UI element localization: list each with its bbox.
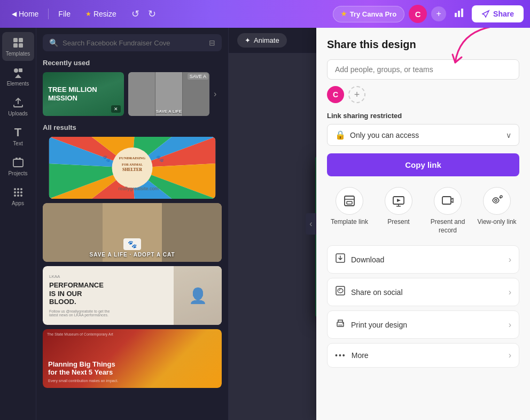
search-container: 🔍 ⊟ <box>43 34 222 51</box>
access-option-label: Only you can access <box>350 131 419 139</box>
text-icon: T <box>14 126 21 139</box>
svg-rect-45 <box>347 201 352 204</box>
add-collaborator-button[interactable]: + <box>431 6 446 21</box>
svg-rect-10 <box>13 159 23 167</box>
svg-text:🐾: 🐾 <box>156 154 164 162</box>
svg-rect-4 <box>19 38 23 42</box>
share-button[interactable]: Share <box>472 5 524 22</box>
resize-button[interactable]: ★ Resize <box>80 6 122 21</box>
download-item[interactable]: Download › <box>327 245 519 274</box>
animate-icon: ✦ <box>245 36 251 44</box>
svg-point-17 <box>17 191 19 193</box>
scroll-right-arrow[interactable]: › <box>214 72 216 116</box>
view-only-icon <box>483 187 511 215</box>
svg-rect-55 <box>338 324 342 326</box>
svg-rect-5 <box>13 43 18 48</box>
elements-label: Elements <box>7 81 29 87</box>
crown-icon: ★ <box>85 10 91 18</box>
uploads-icon <box>12 96 24 109</box>
svg-rect-6 <box>19 43 23 48</box>
action-view-only[interactable]: View-only link <box>474 187 519 235</box>
share-panel: Share this design C + Link sharing restr… <box>316 28 530 420</box>
search-input[interactable] <box>63 39 205 47</box>
resize-label: Resize <box>93 10 116 18</box>
svg-text:FOR ANIMAL: FOR ANIMAL <box>122 163 143 166</box>
filter-icon[interactable]: ⊟ <box>209 38 215 47</box>
svg-point-15 <box>20 188 22 190</box>
svg-point-14 <box>17 188 19 190</box>
svg-text:FUNDRAISING: FUNDRAISING <box>119 156 146 160</box>
sidebar-item-templates[interactable]: Templates <box>2 32 34 61</box>
print-label: Print your design <box>351 321 407 329</box>
svg-text:SHELTER: SHELTER <box>122 167 142 172</box>
svg-rect-8 <box>19 68 22 72</box>
download-left: Download <box>335 253 384 266</box>
sidebar-item-text[interactable]: T Text <box>2 122 34 151</box>
undo-redo-group: ↺ ↻ <box>128 6 159 22</box>
share-panel-title: Share this design <box>327 38 519 51</box>
svg-marker-9 <box>15 74 21 78</box>
analytics-button[interactable] <box>450 5 467 23</box>
try-pro-label: Try Canva Pro <box>350 10 396 18</box>
add-people-input[interactable] <box>327 59 519 80</box>
sidebar-item-projects[interactable]: Projects <box>2 152 34 181</box>
share-social-chevron: › <box>509 287 511 297</box>
template-link-icon <box>336 187 363 215</box>
svg-text:🐾: 🐾 <box>103 154 111 162</box>
share-social-label: Share on social <box>351 288 403 297</box>
print-chevron: › <box>509 320 511 330</box>
svg-marker-49 <box>397 199 401 202</box>
svg-rect-0 <box>455 13 457 17</box>
pro-crown-icon: ★ <box>341 10 347 18</box>
action-present-record[interactable]: Present and record <box>425 187 470 235</box>
print-item[interactable]: Print your design › <box>327 310 519 339</box>
access-dropdown[interactable]: 🔒 Only you can access ∨ <box>327 124 519 146</box>
uploads-label: Uploads <box>8 111 28 116</box>
share-actions-grid: Template link Present <box>327 187 519 235</box>
animate-button[interactable]: ✦ Animate <box>237 33 287 48</box>
topbar-divider <box>48 9 49 19</box>
templates-panel: 🔍 ⊟ Recently used TREE MILLIONMISSION ✕ <box>36 28 229 420</box>
share-social-item[interactable]: Share on social › <box>327 278 519 306</box>
file-menu[interactable]: File <box>53 6 76 21</box>
copy-link-button[interactable]: Copy link <box>327 153 519 176</box>
elements-icon <box>12 66 24 79</box>
action-template-link[interactable]: Template link <box>327 187 372 235</box>
link-sharing-label: Link sharing restricted <box>327 112 519 120</box>
svg-rect-1 <box>458 11 460 17</box>
sidebar-item-elements[interactable]: Elements <box>2 62 34 91</box>
recent-card-tree[interactable]: TREE MILLIONMISSION ✕ <box>43 72 124 116</box>
sidebar-item-apps[interactable]: Apps <box>2 182 34 211</box>
download-chevron: › <box>509 255 511 265</box>
print-icon <box>335 318 346 331</box>
template-card-performance[interactable]: LKAA PERFORMANCEIS IN OURBLOOD. Follow u… <box>43 266 222 325</box>
template-card-cats[interactable]: 🐾 SAVE A LIFE · ADOPT A CAT <box>43 203 222 262</box>
share-social-left: Share on social <box>335 285 403 299</box>
more-item[interactable]: ••• More › <box>327 343 519 368</box>
recent-card-cats[interactable]: SAVE A LIFE SAVE A <box>128 72 209 116</box>
redo-button[interactable]: ↻ <box>145 6 159 22</box>
svg-point-13 <box>14 188 16 190</box>
svg-point-18 <box>20 191 22 193</box>
user-avatar[interactable]: C <box>409 5 427 23</box>
try-pro-button[interactable]: ★ Try Canva Pro <box>333 6 404 22</box>
template-card-museum[interactable]: The State Museum of Contemporary Art Pla… <box>43 329 222 388</box>
topbar: ◀ Home File ★ Resize ↺ ↻ ★ Try Canva Pro… <box>0 0 530 28</box>
home-label: Home <box>19 10 38 18</box>
template-card-fundraising[interactable]: FUNDRAISING FOR ANIMAL SHELTER 🐾 🐾 reall… <box>43 137 222 199</box>
add-collab-button[interactable]: + <box>348 86 365 103</box>
svg-rect-2 <box>461 9 463 17</box>
search-icon: 🔍 <box>49 38 58 47</box>
sidebar-item-uploads[interactable]: Uploads <box>2 92 34 121</box>
recently-used-row: TREE MILLIONMISSION ✕ SAVE A LIFE SAVE A <box>43 72 222 116</box>
template-link-label: Template link <box>331 218 368 227</box>
panel-collapse-handle[interactable]: ‹ <box>306 213 316 235</box>
share-social-icon <box>335 285 346 299</box>
svg-text:reallygreatsite.com: reallygreatsite.com <box>119 186 159 191</box>
svg-point-51 <box>500 196 502 198</box>
home-button[interactable]: ◀ Home <box>6 6 44 21</box>
more-chevron: › <box>509 351 511 360</box>
action-present[interactable]: Present <box>376 187 421 235</box>
undo-button[interactable]: ↺ <box>128 6 143 22</box>
access-option-left: 🔒 Only you can access <box>335 130 419 140</box>
